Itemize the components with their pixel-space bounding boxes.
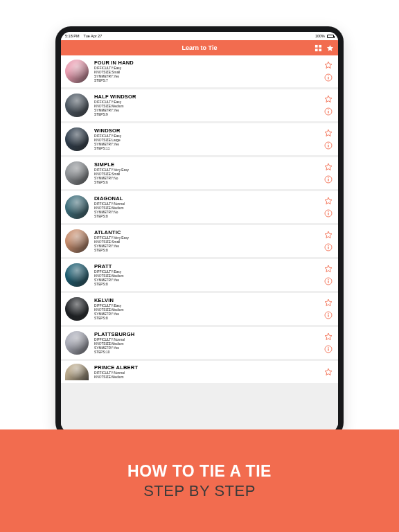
row-actions — [324, 197, 332, 218]
row-actions — [324, 163, 332, 184]
tie-name: PRATT — [94, 263, 320, 269]
list-item[interactable]: PLATTSBURGHDIFFICULTY:NormalKNOTSIZE:Med… — [61, 327, 338, 359]
tie-meta: DIFFICULTY:Very EasyKNOTSIZE:SmallSYMMET… — [94, 236, 320, 253]
promo-line-2: STEP BY STEP — [143, 482, 256, 500]
promo-line-1: HOW TO TIE A TIE — [127, 462, 272, 481]
navigation-bar: Learn to Tie — [61, 40, 338, 55]
tie-info: SIMPLEDIFFICULTY:Very EasyKNOTSIZE:Small… — [94, 161, 320, 185]
list-item[interactable]: HALF WINDSORDIFFICULTY:EasyKNOTSIZE:Medi… — [61, 89, 338, 121]
list-item[interactable]: PRINCE ALBERTDIFFICULTY:NormalKNOTSIZE:M… — [61, 361, 338, 383]
svg-rect-2 — [315, 48, 318, 51]
tie-info: PRINCE ALBERTDIFFICULTY:NormalKNOTSIZE:M… — [94, 364, 320, 380]
svg-point-8 — [328, 109, 328, 110]
list-item[interactable]: SIMPLEDIFFICULTY:Very EasyKNOTSIZE:Small… — [61, 157, 338, 189]
status-date: Tue Apr 27 — [84, 34, 103, 38]
tie-info: PRATTDIFFICULTY:EasyKNOTSIZE:MediumSYMME… — [94, 263, 320, 287]
navbar-title: Learn to Tie — [182, 44, 218, 51]
favorites-star-icon[interactable] — [326, 44, 334, 52]
svg-point-23 — [328, 279, 328, 280]
favorite-star-icon[interactable] — [324, 299, 332, 307]
svg-rect-3 — [319, 48, 321, 51]
tie-name: PLATTSBURGH — [94, 331, 320, 337]
svg-rect-0 — [315, 44, 318, 47]
info-icon[interactable] — [324, 107, 332, 116]
svg-point-26 — [328, 313, 328, 314]
info-icon[interactable] — [324, 345, 332, 353]
list-item[interactable]: KELVINDIFFICULTY:EasyKNOTSIZE:MediumSYMM… — [61, 293, 338, 325]
tie-meta: DIFFICULTY:NormalKNOTSIZE:MediumSYMMETRY… — [94, 338, 320, 355]
svg-rect-6 — [328, 77, 328, 80]
info-icon[interactable] — [324, 277, 332, 285]
tie-list[interactable]: FOUR IN HANDDIFFICULTY:EasyKNOTSIZE:Smal… — [61, 55, 338, 432]
svg-rect-1 — [319, 44, 321, 47]
row-actions — [324, 265, 332, 285]
tie-thumbnail — [65, 161, 89, 185]
svg-point-20 — [328, 245, 328, 246]
tie-info: WINDSORDIFFICULTY:EasyKNOTSIZE:LargeSYMM… — [94, 127, 320, 151]
tie-info: KELVINDIFFICULTY:EasyKNOTSIZE:MediumSYMM… — [94, 297, 320, 321]
info-icon[interactable] — [324, 73, 332, 82]
favorite-star-icon[interactable] — [324, 163, 332, 171]
svg-rect-24 — [328, 281, 328, 283]
favorite-star-icon[interactable] — [324, 265, 332, 273]
favorite-star-icon[interactable] — [324, 332, 332, 341]
list-item[interactable]: ATLANTICDIFFICULTY:Very EasyKNOTSIZE:Sma… — [61, 225, 338, 257]
info-icon[interactable] — [324, 209, 332, 218]
row-actions — [324, 368, 332, 376]
tie-meta: DIFFICULTY:NormalKNOTSIZE:Medium — [94, 371, 320, 380]
row-actions — [324, 95, 332, 116]
status-left: 5:18 PM Tue Apr 27 — [65, 34, 102, 38]
svg-rect-9 — [328, 111, 328, 114]
promo-banner: HOW TO TIE A TIE STEP BY STEP — [0, 429, 399, 532]
row-actions — [324, 299, 332, 319]
list-item[interactable]: FOUR IN HANDDIFFICULTY:EasyKNOTSIZE:Smal… — [61, 55, 338, 87]
row-actions — [324, 332, 332, 353]
favorite-star-icon[interactable] — [324, 129, 332, 137]
tie-name: SIMPLE — [94, 161, 320, 168]
tie-meta: DIFFICULTY:EasyKNOTSIZE:MediumSYMMETRY:Y… — [94, 100, 320, 117]
tie-meta: DIFFICULTY:EasyKNOTSIZE:LargeSYMMETRY:Ye… — [94, 134, 320, 151]
tie-thumbnail — [65, 195, 89, 219]
tie-thumbnail — [65, 127, 89, 151]
tie-name: HALF WINDSOR — [94, 94, 320, 100]
info-icon[interactable] — [324, 141, 332, 150]
svg-point-29 — [328, 347, 328, 348]
tie-thumbnail — [65, 297, 89, 321]
svg-point-17 — [328, 211, 328, 212]
tie-thumbnail — [65, 60, 89, 83]
status-bar: 5:18 PM Tue Apr 27 100% — [61, 32, 338, 40]
tie-thumbnail — [65, 94, 89, 117]
tie-info: ATLANTICDIFFICULTY:Very EasyKNOTSIZE:Sma… — [94, 229, 320, 253]
svg-rect-18 — [328, 213, 328, 215]
svg-rect-12 — [328, 145, 328, 148]
favorite-star-icon[interactable] — [324, 231, 332, 239]
list-item[interactable]: DIAGONALDIFFICULTY:NormalKNOTSIZE:Medium… — [61, 191, 338, 223]
favorite-star-icon[interactable] — [324, 368, 332, 376]
tie-meta: DIFFICULTY:EasyKNOTSIZE:SmallSYMMETRY:Ye… — [94, 66, 320, 83]
tie-name: ATLANTIC — [94, 229, 320, 236]
favorite-star-icon[interactable] — [324, 61, 332, 69]
svg-point-11 — [328, 143, 328, 144]
tie-meta: DIFFICULTY:Very EasyKNOTSIZE:SmallSYMMET… — [94, 168, 320, 185]
tie-thumbnail — [65, 364, 89, 380]
status-right: 100% — [313, 34, 334, 38]
grid-view-icon[interactable] — [314, 44, 322, 52]
row-actions — [324, 231, 332, 251]
tie-name: PRINCE ALBERT — [94, 364, 320, 371]
info-icon[interactable] — [324, 175, 332, 184]
tablet-frame: 5:18 PM Tue Apr 27 100% Learn to Tie — [55, 26, 344, 438]
info-icon[interactable] — [324, 243, 332, 251]
navbar-actions — [314, 40, 334, 55]
tie-thumbnail — [65, 331, 89, 355]
svg-rect-30 — [328, 348, 328, 351]
tie-meta: DIFFICULTY:EasyKNOTSIZE:MediumSYMMETRY:Y… — [94, 270, 320, 287]
tie-info: FOUR IN HANDDIFFICULTY:EasyKNOTSIZE:Smal… — [94, 60, 320, 83]
row-actions — [324, 129, 332, 150]
tie-thumbnail — [65, 229, 89, 253]
favorite-star-icon[interactable] — [324, 197, 332, 205]
list-item[interactable]: PRATTDIFFICULTY:EasyKNOTSIZE:MediumSYMME… — [61, 259, 338, 291]
list-item[interactable]: WINDSORDIFFICULTY:EasyKNOTSIZE:LargeSYMM… — [61, 123, 338, 155]
tie-thumbnail — [65, 263, 89, 287]
info-icon[interactable] — [324, 311, 332, 319]
favorite-star-icon[interactable] — [324, 95, 332, 103]
